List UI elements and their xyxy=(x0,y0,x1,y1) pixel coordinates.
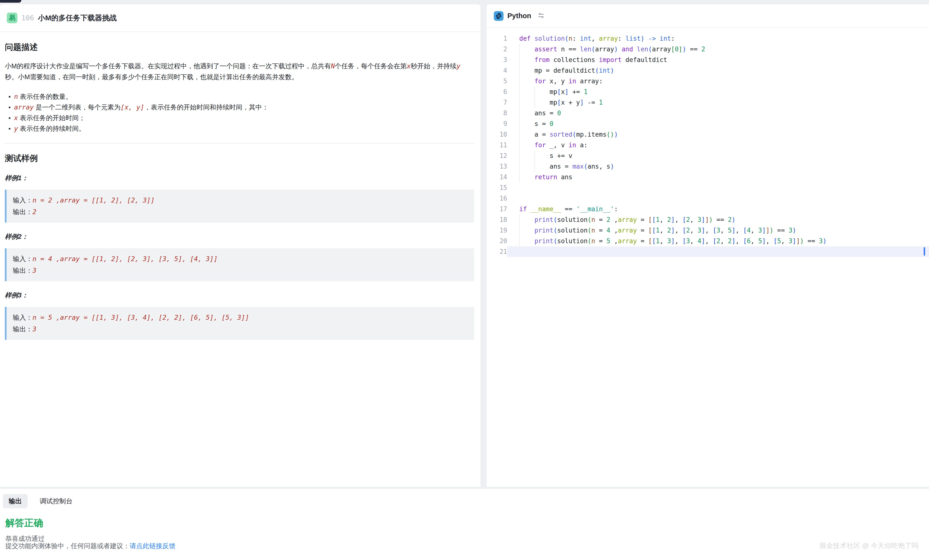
code-token: 0 xyxy=(675,46,679,53)
code-token: , xyxy=(751,227,758,234)
code-token: n xyxy=(591,227,595,234)
code-token: ] xyxy=(671,227,675,234)
line-number: 4 xyxy=(486,65,507,76)
inline-code: array xyxy=(14,103,34,111)
language-switcher[interactable]: Python xyxy=(494,11,545,21)
text-segment: 秒。小M需要知道，在同一时刻，最多有多少个任务正在同时下载，也就是计算出任务的最… xyxy=(5,73,298,81)
io-label: 输出： xyxy=(13,267,32,274)
code-line-content: ans = 0 xyxy=(507,108,929,118)
code-token: ) xyxy=(614,46,618,53)
code-token: == xyxy=(804,237,819,245)
problem-title: 小M的多任务下载器挑战 xyxy=(38,13,117,23)
code-token: ( xyxy=(591,46,595,53)
code-line-content: assert n == len(array) and len(array[0])… xyxy=(507,44,929,55)
inline-code: N xyxy=(331,62,335,70)
code-line[interactable]: 11 for _, v in a: xyxy=(486,140,929,150)
code-line-content: for x, y in array: xyxy=(507,76,929,86)
code-line[interactable]: 12 s += v xyxy=(486,150,929,161)
code-token: , xyxy=(736,227,743,234)
code-token: print xyxy=(535,227,553,234)
code-line[interactable]: 1def solution(n: int, array: list) -> in… xyxy=(486,33,929,44)
code-line[interactable]: 8 ans = 0 xyxy=(486,108,929,118)
code-token: : xyxy=(618,35,625,42)
line-number: 7 xyxy=(486,97,507,108)
language-label: Python xyxy=(507,12,531,20)
code-line-content: if __name__ == '__main__': xyxy=(507,204,929,214)
code-token: , xyxy=(721,227,728,234)
inline-code: [x, y] xyxy=(121,103,144,111)
code-token: 1 xyxy=(656,216,660,223)
io-label: 输入： xyxy=(13,255,32,263)
code-token: , xyxy=(610,227,618,234)
code-line[interactable]: 5 for x, y in array: xyxy=(486,76,929,86)
code-token: 1 xyxy=(599,99,603,106)
parameter-list-item: n 表示任务的数量。 xyxy=(14,91,474,102)
code-line[interactable]: 10 a = sorted(mp.items()) xyxy=(486,129,929,140)
parameter-list-item: array 是一个二维列表，每个元素为[x, y]，表示任务的开始时间和持续时间… xyxy=(14,102,474,113)
code-token: s = xyxy=(535,120,550,127)
code-line[interactable]: 13 ans = max(ans, s) xyxy=(486,161,929,172)
feedback-link[interactable]: 请点此链接反馈 xyxy=(130,542,175,549)
code-token: , xyxy=(610,216,618,223)
code-token: : xyxy=(572,35,580,42)
code-token: a: xyxy=(576,141,587,149)
indent-guide xyxy=(535,150,535,172)
code-line[interactable]: 14 return ans xyxy=(486,172,929,182)
code-line[interactable]: 20 print(solution(n = 5 ,array = [[1, 3]… xyxy=(486,236,929,246)
code-token: ( xyxy=(607,131,610,138)
code-token: solution xyxy=(557,227,587,234)
code-token: , xyxy=(675,216,682,223)
line-number: 21 xyxy=(486,246,507,257)
code-token: ] xyxy=(766,227,770,234)
code-token: = xyxy=(595,227,607,234)
code-line[interactable]: 21 xyxy=(486,246,929,257)
code-token: int xyxy=(580,35,591,42)
code-line[interactable]: 17if __name__ == '__main__': xyxy=(486,204,929,214)
sample-output-line: 输出：3 xyxy=(13,265,468,276)
code-line[interactable]: 15 xyxy=(486,182,929,193)
section-divider xyxy=(5,143,474,144)
code-token: n xyxy=(591,216,595,223)
code-token: , xyxy=(675,227,682,234)
io-code: 3 xyxy=(32,325,36,333)
indent-guide xyxy=(519,214,520,246)
code-token xyxy=(645,35,648,42)
code-line[interactable]: 4 mp = defaultdict(int) xyxy=(486,65,929,76)
output-tab-inactive[interactable]: 调试控制台 xyxy=(34,494,78,508)
code-token: ) xyxy=(793,227,796,234)
editor-panel: Python 1def solution(n: int, array: list… xyxy=(486,5,929,487)
code-token: ) xyxy=(682,46,686,53)
text-segment: ，表示任务的开始时间和持续时间，其中： xyxy=(144,104,268,111)
inline-code: x xyxy=(407,62,411,70)
code-token: , xyxy=(736,237,743,245)
problem-content: 问题描述 小M的程序设计大作业是编写一个多任务下载器。在实现过程中，他遇到了一个… xyxy=(0,42,480,340)
code-token: 1 xyxy=(656,237,660,245)
line-number: 11 xyxy=(486,140,507,150)
code-token: 1 xyxy=(584,88,587,95)
code-token: == xyxy=(713,216,728,223)
code-line[interactable]: 19 print(solution(n = 4 ,array = [[1, 2]… xyxy=(486,225,929,236)
code-line[interactable]: 7 mp[x + y] -= 1 xyxy=(486,97,929,108)
code-token: mp.items xyxy=(576,131,607,138)
code-token: defaultdict xyxy=(622,56,667,63)
code-token: mp = defaultdict xyxy=(535,67,595,74)
code-token xyxy=(618,46,622,53)
code-editor[interactable]: 1def solution(n: int, array: list) -> in… xyxy=(486,28,929,487)
sample-input-line: 输入：n = 2 ,array = [[1, 2], [2, 3]] xyxy=(13,194,468,206)
code-line[interactable]: 2 assert n == len(array) and len(array[0… xyxy=(486,44,929,55)
code-token: [ xyxy=(671,46,675,53)
code-line[interactable]: 18 print(solution(n = 2 ,array = [[1, 2]… xyxy=(486,214,929,225)
code-line[interactable]: 9 s = 0 xyxy=(486,118,929,129)
problem-header: 易 106 小M的多任务下载器挑战 xyxy=(0,5,480,32)
code-line[interactable]: 16 xyxy=(486,193,929,204)
output-tab-active[interactable]: 输出 xyxy=(3,494,28,508)
code-line-content: print(solution(n = 4 ,array = [[1, 2], [… xyxy=(507,225,929,236)
code-line[interactable]: 6 mp[x] += 1 xyxy=(486,86,929,97)
code-token: x + y xyxy=(561,99,580,106)
code-token: x, y xyxy=(546,78,569,85)
code-token: in xyxy=(569,78,576,85)
line-number: 20 xyxy=(486,236,507,246)
line-number: 15 xyxy=(486,182,507,193)
code-line[interactable]: 3 from collections import defaultdict xyxy=(486,55,929,65)
code-token: [ xyxy=(743,237,747,245)
